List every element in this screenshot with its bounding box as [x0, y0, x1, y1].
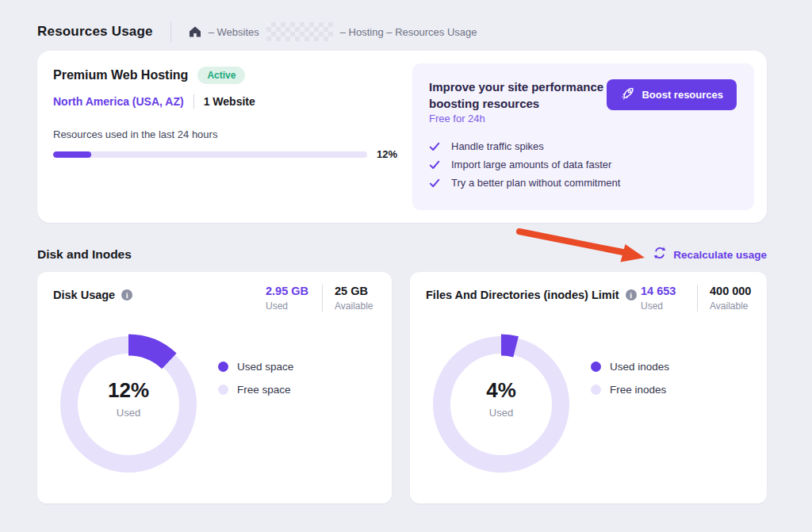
usage-label: Resources used in the last 24 hours [53, 128, 402, 140]
inodes-legend: Used inodes Free inodes [591, 361, 669, 407]
plan-card: Premium Web Hosting Active North America… [37, 51, 767, 223]
inodes-stats: 14 653 Used 400 000 Available [641, 285, 754, 312]
used-dot-icon [591, 362, 601, 372]
inodes-available-value: 400 000 [710, 285, 754, 297]
usage-percent-label: 12% [377, 148, 397, 160]
benefit-text: Handle traffic spikes [451, 140, 544, 152]
page-title: Resources Usage [37, 24, 153, 40]
inodes-available-label: Available [710, 300, 754, 312]
divider [697, 285, 698, 312]
usage-progress-bar [53, 151, 367, 158]
website-count: 1 Website [204, 95, 255, 108]
legend-item: Free space [218, 384, 293, 396]
disk-percent-sub: Used [117, 407, 140, 419]
benefits-list: Handle traffic spikes Import large amoun… [429, 137, 620, 192]
info-icon[interactable]: i [121, 289, 132, 300]
legend-label: Used space [237, 361, 293, 373]
breadcrumb: – Websites – Hosting – Resources Usage [170, 21, 477, 42]
disk-donut-chart: 12% Used [57, 333, 200, 476]
disk-card-title: Disk Usage [53, 289, 115, 301]
legend-label: Used inodes [610, 361, 669, 373]
free-dot-icon [218, 385, 228, 395]
divider [322, 285, 323, 312]
divider [193, 94, 194, 109]
breadcrumb-websites[interactable]: – Websites [209, 26, 259, 38]
plan-name: Premium Web Hosting [53, 68, 188, 82]
legend-label: Free space [237, 384, 291, 396]
benefit-text: Try a better plan without commitment [451, 177, 620, 189]
benefit-item: Handle traffic spikes [429, 137, 620, 155]
server-location-link[interactable]: North America (USA, AZ) [53, 95, 184, 108]
page-header: Resources Usage – Websites – Hosting – R… [37, 21, 477, 42]
boost-panel: Improve your site performance by boostin… [412, 63, 754, 210]
redacted-text [266, 22, 333, 41]
section-title: Disk and Inodes [37, 247, 132, 262]
inodes-used-label: Used [641, 300, 685, 312]
legend-label: Free inodes [610, 384, 666, 396]
resources-usage-page: Resources Usage – Websites – Hosting – R… [0, 0, 812, 532]
free-dot-icon [591, 385, 601, 395]
breadcrumb-rest: – Hosting – Resources Usage [340, 26, 477, 38]
disk-stats: 2.95 GB Used 25 GB Available [266, 285, 379, 312]
recalculate-label: Recalculate usage [673, 249, 767, 261]
check-icon [429, 141, 440, 152]
refresh-icon [653, 246, 667, 263]
disk-percent: 12% [108, 378, 149, 403]
disk-used-label: Used [266, 300, 310, 312]
status-badge: Active [197, 67, 245, 84]
check-icon [429, 159, 440, 170]
benefit-text: Import large amounts of data faster [451, 159, 611, 170]
inodes-limit-card: Files And Directories (inodes) Limit i 1… [410, 272, 767, 503]
legend-item: Used space [218, 361, 293, 373]
boost-promo: Free for 24h [429, 113, 485, 124]
recalculate-usage-link[interactable]: Recalculate usage [653, 246, 767, 263]
usage-progress-fill [53, 151, 91, 158]
rocket-icon [620, 86, 634, 103]
legend-item: Free inodes [591, 384, 669, 396]
inodes-donut-chart: 4% Used [430, 333, 573, 476]
disk-available-value: 25 GB [335, 285, 379, 297]
legend-item: Used inodes [591, 361, 669, 373]
benefit-item: Import large amounts of data faster [429, 155, 620, 174]
boost-heading: Improve your site performance by boostin… [429, 78, 623, 112]
check-icon [429, 178, 440, 189]
disk-available-label: Available [335, 300, 379, 312]
home-icon[interactable] [189, 25, 201, 38]
inodes-used-value: 14 653 [641, 285, 685, 297]
disk-usage-card: Disk Usage i 2.95 GB Used 25 GB Availabl… [37, 272, 392, 503]
info-icon[interactable]: i [626, 289, 637, 300]
benefit-item: Try a better plan without commitment [429, 174, 620, 192]
used-dot-icon [218, 362, 228, 372]
disk-legend: Used space Free space [218, 361, 293, 407]
plan-summary: Premium Web Hosting Active North America… [53, 67, 402, 160]
disk-inodes-section-header: Disk and Inodes Recalculate usage [37, 244, 767, 265]
boost-button-label: Boost resources [642, 89, 723, 101]
inodes-percent-sub: Used [489, 407, 513, 419]
boost-resources-button[interactable]: Boost resources [607, 79, 737, 110]
inodes-card-title: Files And Directories (inodes) Limit [426, 289, 619, 301]
disk-used-value: 2.95 GB [266, 285, 310, 297]
inodes-percent: 4% [486, 378, 516, 403]
